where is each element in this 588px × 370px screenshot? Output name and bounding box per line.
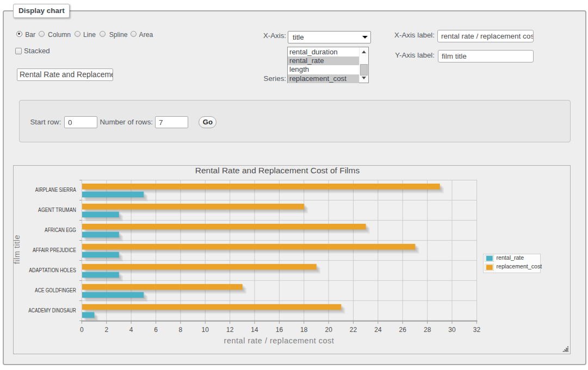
svg-text:28: 28 bbox=[424, 326, 431, 334]
svg-text:rental rate / replacement cost: rental rate / replacement cost bbox=[224, 336, 335, 345]
svg-text:rental_rate: rental_rate bbox=[497, 254, 524, 261]
svg-text:AFRICAN EGG: AFRICAN EGG bbox=[45, 227, 76, 233]
svg-text:0: 0 bbox=[80, 326, 84, 334]
svg-text:10: 10 bbox=[202, 326, 209, 334]
svg-text:2: 2 bbox=[104, 326, 108, 334]
svg-text:18: 18 bbox=[300, 326, 308, 334]
svg-text:22: 22 bbox=[350, 326, 357, 334]
svg-text:4: 4 bbox=[129, 326, 133, 334]
svg-text:30: 30 bbox=[448, 326, 456, 334]
svg-text:6: 6 bbox=[154, 326, 158, 334]
svg-text:replacement_cost: replacement_cost bbox=[497, 263, 542, 269]
svg-text:32: 32 bbox=[473, 326, 481, 334]
svg-text:24: 24 bbox=[374, 326, 382, 334]
svg-text:AIRPLANE SIERRA: AIRPLANE SIERRA bbox=[35, 187, 76, 193]
svg-text:14: 14 bbox=[251, 326, 258, 334]
svg-text:26: 26 bbox=[399, 326, 407, 334]
svg-text:12: 12 bbox=[226, 326, 234, 334]
svg-text:film title: film title bbox=[13, 235, 21, 264]
svg-text:8: 8 bbox=[179, 326, 183, 334]
svg-text:AGENT TRUMAN: AGENT TRUMAN bbox=[38, 207, 76, 213]
svg-text:16: 16 bbox=[276, 326, 283, 334]
svg-text:AFFAIR PREJUDICE: AFFAIR PREJUDICE bbox=[33, 247, 76, 253]
svg-text:20: 20 bbox=[325, 326, 332, 334]
svg-text:Rental Rate and Replacement Co: Rental Rate and Replacement Cost of Film… bbox=[195, 166, 360, 175]
svg-text:ADAPTATION HOLES: ADAPTATION HOLES bbox=[29, 267, 76, 273]
svg-text:ACADEMY DINOSAUR: ACADEMY DINOSAUR bbox=[28, 308, 76, 313]
svg-text:ACE GOLDFINGER: ACE GOLDFINGER bbox=[35, 287, 76, 293]
